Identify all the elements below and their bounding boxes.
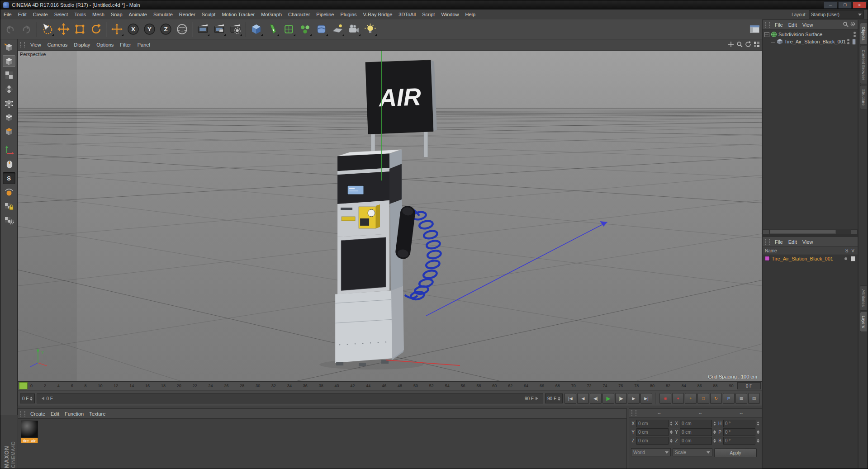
close-button[interactable]: ✕	[853, 1, 866, 9]
viewport-menu-view[interactable]: View	[27, 42, 44, 47]
object-name[interactable]: Subdivision Surface	[778, 32, 822, 37]
pos-x-spinner[interactable]	[670, 420, 673, 427]
menu-sculpt[interactable]: Sculpt	[199, 12, 219, 17]
minimize-button[interactable]: ─	[824, 1, 837, 9]
record-position-button[interactable]: +	[685, 393, 697, 404]
z-axis-lock-button[interactable]: Z	[158, 22, 173, 37]
solo-toggle[interactable]	[844, 257, 847, 260]
menu-mograph[interactable]: MoGraph	[258, 12, 285, 17]
spline-pen-button[interactable]	[265, 22, 280, 37]
viewport-menu-options[interactable]: Options	[93, 42, 117, 47]
panel-grip[interactable]	[765, 22, 770, 28]
size-x-spinner[interactable]	[713, 420, 716, 427]
viewport-menu-display[interactable]: Display	[71, 42, 93, 47]
size-z-field[interactable]: 0 cm	[680, 437, 712, 445]
render-picture-viewer-button[interactable]	[211, 22, 227, 37]
layer-panel-menu-file[interactable]: File	[772, 239, 786, 245]
right-tab-structure[interactable]: Structure	[860, 85, 867, 110]
make-editable-button[interactable]	[3, 41, 15, 53]
object-manager-scrollbar[interactable]	[763, 229, 858, 234]
viewport[interactable]: AIR	[18, 50, 762, 381]
polygons-mode-button[interactable]	[3, 125, 15, 137]
object-manager-menu-file[interactable]: File	[772, 22, 786, 28]
menu-character[interactable]: Character	[285, 12, 313, 17]
right-tab-content-browser[interactable]: Content Browser	[860, 46, 867, 84]
scrollbar-thumb[interactable]	[770, 230, 836, 234]
layer-panel-menu-edit[interactable]: Edit	[786, 239, 800, 245]
rot-b-spinner[interactable]	[757, 437, 759, 444]
goto-end-button[interactable]: ▶|	[640, 393, 652, 404]
deformer-button[interactable]	[313, 22, 329, 37]
record-pla-button[interactable]: ▦	[735, 393, 747, 404]
coord-mode-select[interactable]: World	[631, 448, 671, 456]
menu-create[interactable]: Create	[30, 12, 51, 17]
menu-render[interactable]: Render	[176, 12, 199, 17]
record-rotation-button[interactable]: ↻	[710, 393, 722, 404]
size-z-spinner[interactable]	[713, 437, 716, 444]
maximize-button[interactable]: ❐	[838, 1, 852, 9]
rotate-view-icon[interactable]	[745, 41, 752, 49]
object-row-subdivision-surface[interactable]: Subdivision Surface	[763, 31, 858, 38]
render-view-button[interactable]	[195, 22, 210, 37]
x-axis-lock-button[interactable]: X	[125, 22, 141, 37]
move-tool-button[interactable]	[56, 22, 71, 37]
layer-panel-menu-view[interactable]: View	[800, 239, 816, 245]
viewport-menu-cameras[interactable]: Cameras	[44, 42, 71, 47]
points-mode-button[interactable]	[3, 97, 15, 109]
current-frame-marker[interactable]	[19, 382, 28, 389]
materials-menu-function[interactable]: Function	[62, 411, 86, 417]
autokey-button[interactable]: ●	[672, 393, 684, 404]
rot-p-spinner[interactable]	[757, 429, 759, 436]
play-button[interactable]: ▶	[602, 393, 614, 404]
texture-mode-button[interactable]	[3, 69, 15, 81]
record-button[interactable]: ◉	[659, 393, 671, 404]
material-thumbnail[interactable]	[21, 421, 38, 438]
layer-color-swatch[interactable]	[765, 256, 770, 261]
zoom-view-icon[interactable]	[736, 41, 743, 49]
goto-start-button[interactable]: |◀	[564, 393, 576, 404]
layer-name[interactable]: Tire_Air_Station_Black_001	[772, 256, 833, 261]
menu-tools[interactable]: Tools	[71, 12, 89, 17]
viewport-camera-label[interactable]: Perspective	[20, 52, 46, 57]
play-backward-button[interactable]: ◀	[577, 393, 589, 404]
y-axis-lock-button[interactable]: Y	[142, 22, 157, 37]
material-name[interactable]: tire_air	[21, 438, 38, 443]
coordinate-system-button[interactable]	[174, 22, 190, 37]
scroll-right-icon[interactable]	[851, 229, 858, 234]
live-selection-button[interactable]	[39, 22, 55, 37]
panel-grip[interactable]	[765, 239, 770, 245]
camera-button[interactable]	[346, 22, 361, 37]
rotate-tool-button[interactable]	[88, 22, 104, 37]
menu-script[interactable]: Script	[419, 12, 438, 17]
expand-toggle-icon[interactable]	[764, 32, 769, 37]
gear-icon[interactable]	[850, 21, 856, 28]
menu-3dtoall[interactable]: 3DToAll	[395, 12, 419, 17]
end-frame-spinner[interactable]	[558, 395, 560, 402]
search-icon[interactable]	[843, 21, 849, 28]
scroll-left-icon[interactable]	[763, 229, 769, 234]
rot-b-field[interactable]: 0 °	[723, 437, 755, 445]
size-y-spinner[interactable]	[713, 429, 716, 436]
uv-mode-button[interactable]	[3, 83, 15, 95]
panel-grip[interactable]	[631, 410, 636, 416]
materials-menu-texture[interactable]: Texture	[86, 411, 108, 417]
object-manager-menu-edit[interactable]: Edit	[786, 22, 800, 28]
snap-toggle-button[interactable]: S	[3, 172, 15, 184]
phong-tag-icon[interactable]	[852, 39, 856, 45]
menu-mesh[interactable]: Mesh	[89, 12, 108, 17]
primitive-cube-button[interactable]	[248, 22, 264, 37]
current-frame-field[interactable]: 0 F	[20, 393, 35, 403]
rot-h-spinner[interactable]	[757, 420, 759, 427]
pos-y-field[interactable]: 0 cm	[636, 428, 669, 436]
menu-pipeline[interactable]: Pipeline	[313, 12, 337, 17]
viewport-canvas[interactable]: AIR	[18, 51, 762, 381]
menu-v-ray-bridge[interactable]: V-Ray Bridge	[360, 12, 396, 17]
recent-tool-button[interactable]	[109, 22, 124, 37]
next-frame-button[interactable]: |▶	[615, 393, 627, 404]
end-frame-field[interactable]: 90 F	[545, 393, 563, 403]
timeline-ruler[interactable]: 0246810121416182022242628303234363840424…	[18, 381, 762, 390]
lock-workplane-button[interactable]	[3, 200, 15, 212]
frame-range-slider[interactable]: 0 F 90 F	[37, 393, 543, 403]
next-key-button[interactable]: ▶	[628, 393, 640, 404]
materials-menu-create[interactable]: Create	[28, 411, 48, 417]
